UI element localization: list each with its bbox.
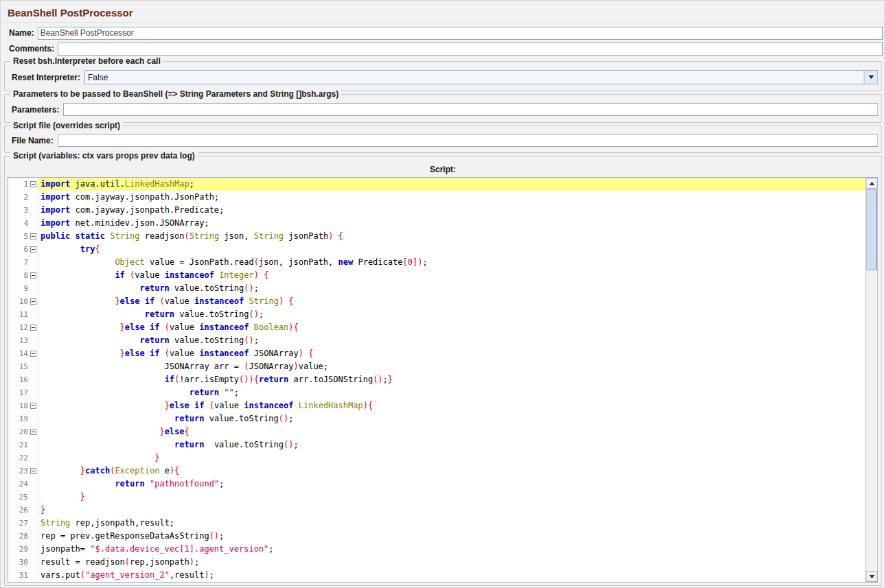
fold-collapse-icon[interactable] — [29, 178, 38, 191]
fold-spacer — [29, 217, 38, 230]
code-line-12[interactable]: }else if (value instanceof Boolean){ — [38, 321, 865, 334]
code-line-3[interactable]: import com.jayway.jsonpath.Predicate; — [38, 204, 865, 217]
line-number: 18 — [8, 401, 29, 410]
fold-spacer — [29, 334, 38, 347]
line-number: 25 — [8, 493, 29, 502]
line-number: 20 — [8, 427, 29, 436]
code-line-31[interactable]: vars.put("agent_version_2",result); — [38, 569, 865, 582]
code-line-20[interactable]: }else{ — [38, 425, 865, 438]
line-number: 9 — [8, 284, 29, 293]
code-line-17[interactable]: return ""; — [38, 386, 865, 399]
code-line-16[interactable]: if(!arr.isEmpty()){return arr.toJSONStri… — [38, 373, 865, 386]
line-number: 4 — [8, 219, 29, 228]
fold-spacer — [29, 491, 38, 504]
fold-spacer — [29, 517, 38, 530]
line-number: 14 — [8, 349, 29, 358]
parameters-input[interactable] — [63, 103, 878, 116]
code-line-23[interactable]: }catch(Exception e){ — [38, 464, 865, 478]
fold-collapse-icon[interactable] — [29, 269, 38, 282]
line-number: 29 — [8, 545, 29, 554]
code-line-27[interactable]: String rep,jsonpath,result; — [38, 517, 865, 530]
code-line-9[interactable]: return value.toString(); — [38, 282, 865, 295]
line-number: 24 — [8, 480, 29, 489]
fold-spacer — [29, 530, 38, 543]
editor-vertical-scrollbar[interactable] — [865, 178, 877, 582]
script-editor[interactable]: 1234567891011121314151617181920212223242… — [8, 177, 878, 583]
line-number: 30 — [8, 558, 29, 567]
fold-collapse-icon[interactable] — [29, 230, 38, 243]
scroll-down-icon — [869, 575, 875, 578]
file-name-label: File Name: — [12, 136, 54, 145]
line-number: 8 — [8, 271, 29, 280]
code-line-15[interactable]: JSONArray arr = (JSONArray)value; — [38, 360, 865, 373]
fold-collapse-icon[interactable] — [29, 464, 38, 478]
fold-spacer — [29, 451, 38, 464]
line-number: 5 — [8, 232, 29, 241]
fold-collapse-icon[interactable] — [29, 399, 38, 412]
code-line-2[interactable]: import com.jayway.jsonpath.JsonPath; — [38, 191, 865, 204]
code-line-25[interactable]: } — [38, 491, 865, 504]
fold-spacer — [29, 543, 38, 556]
comments-row: Comments: — [1, 42, 883, 56]
fold-spacer — [29, 373, 38, 386]
fold-spacer — [29, 282, 38, 295]
reset-interpreter-combobox[interactable]: False — [84, 70, 878, 84]
fold-collapse-icon[interactable] — [29, 347, 38, 360]
code-line-24[interactable]: return "pathnotfound"; — [38, 478, 865, 491]
editor-gutter: 1234567891011121314151617181920212223242… — [8, 178, 38, 582]
scrollbar-thumb[interactable] — [866, 189, 877, 270]
scroll-up-button[interactable] — [866, 178, 877, 189]
code-line-4[interactable]: import net.minidev.json.JSONArray; — [38, 217, 865, 230]
code-line-29[interactable]: jsonpath= "$.data.device_vec[1].agent_ve… — [38, 543, 865, 556]
code-line-6[interactable]: try{ — [38, 243, 865, 256]
comments-input[interactable] — [58, 43, 883, 56]
fold-collapse-icon[interactable] — [29, 321, 38, 334]
line-number: 28 — [8, 532, 29, 541]
fold-spacer — [29, 412, 38, 425]
code-line-10[interactable]: }else if (value instanceof String) { — [38, 295, 865, 308]
combobox-dropdown-button[interactable] — [864, 71, 877, 84]
scroll-up-icon — [869, 182, 875, 185]
code-line-22[interactable]: } — [38, 451, 865, 464]
code-line-14[interactable]: }else if (value instanceof JSONArray) { — [38, 347, 865, 360]
fold-spacer — [29, 191, 38, 204]
code-line-5[interactable]: public static String readjson(String jso… — [38, 230, 865, 243]
group-parameters-title: Parameters to be passed to BeanShell (=>… — [10, 89, 341, 99]
reset-interpreter-label: Reset Interpreter: — [12, 73, 80, 82]
fold-collapse-icon[interactable] — [29, 295, 38, 308]
line-number: 15 — [8, 362, 29, 371]
code-line-13[interactable]: return value.toString(); — [38, 334, 865, 347]
file-name-input[interactable] — [58, 134, 878, 147]
fold-collapse-icon[interactable] — [29, 243, 38, 256]
code-line-1[interactable]: import java.util.LinkedHashMap; — [38, 178, 865, 191]
group-reset-title: Reset bsh.Interpreter before each call — [10, 56, 163, 66]
line-number: 3 — [8, 206, 29, 215]
fold-collapse-icon[interactable] — [29, 425, 38, 438]
scroll-down-button[interactable] — [866, 571, 877, 582]
code-line-7[interactable]: Object value = JsonPath.read(json, jsonP… — [38, 256, 865, 269]
line-number: 26 — [8, 506, 29, 515]
group-script-file-title: Script file (overrides script) — [10, 121, 123, 130]
code-line-28[interactable]: rep = prev.getResponseDataAsString(); — [38, 530, 865, 543]
group-script-title: Script (variables: ctx vars props prev d… — [10, 151, 198, 161]
line-number: 6 — [8, 245, 29, 254]
code-line-8[interactable]: if (value instanceof Integer) { — [38, 269, 865, 282]
fold-spacer — [29, 256, 38, 269]
editor-code-area[interactable]: import java.util.LinkedHashMap;import co… — [38, 178, 865, 582]
code-line-18[interactable]: }else if (value instanceof LinkedHashMap… — [38, 399, 865, 412]
group-reset-interpreter: Reset bsh.Interpreter before each call R… — [4, 61, 882, 91]
code-line-11[interactable]: return value.toString(); — [38, 308, 865, 321]
line-number: 27 — [8, 519, 29, 528]
code-line-21[interactable]: return value.toString(); — [38, 438, 865, 451]
line-number: 19 — [8, 414, 29, 423]
fold-spacer — [29, 386, 38, 399]
line-number: 16 — [8, 375, 29, 384]
name-row: Name: — [1, 26, 883, 40]
code-line-30[interactable]: result = readjson(rep,jsonpath); — [38, 556, 865, 569]
code-line-19[interactable]: return value.toString(); — [38, 412, 865, 425]
group-script: Script (variables: ctx vars props prev d… — [4, 156, 882, 586]
name-input[interactable] — [38, 27, 883, 40]
code-line-26[interactable]: } — [38, 504, 865, 517]
line-number: 31 — [8, 571, 29, 580]
group-script-file: Script file (overrides script) File Name… — [4, 126, 882, 153]
